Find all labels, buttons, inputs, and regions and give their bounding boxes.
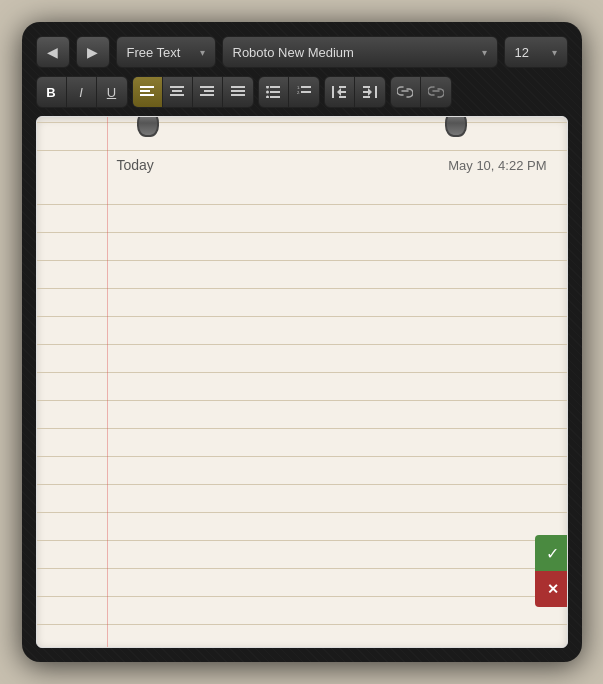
remove-link-icon bbox=[428, 86, 444, 98]
note-header: Today May 10, 4:22 PM bbox=[117, 157, 547, 173]
svg-rect-9 bbox=[231, 86, 245, 88]
svg-rect-23 bbox=[332, 86, 334, 98]
forward-button[interactable]: ▶ bbox=[76, 36, 110, 68]
svg-rect-5 bbox=[170, 94, 184, 96]
align-center-icon bbox=[170, 86, 184, 98]
svg-rect-0 bbox=[140, 86, 154, 88]
note-date-label: Today bbox=[117, 157, 154, 173]
indent-decrease-button[interactable] bbox=[325, 77, 355, 107]
back-icon: ◀ bbox=[47, 44, 58, 60]
svg-rect-31 bbox=[363, 96, 370, 98]
font-type-arrow: ▾ bbox=[200, 47, 205, 58]
font-size-dropdown[interactable]: 12 ▾ bbox=[504, 36, 568, 68]
svg-point-12 bbox=[266, 86, 269, 89]
svg-rect-13 bbox=[270, 86, 280, 88]
font-name-value: Roboto New Medium bbox=[233, 45, 354, 60]
ordered-list-button[interactable]: 1. 2. bbox=[289, 77, 319, 107]
note-area[interactable]: Today May 10, 4:22 PM ✓ ✕ bbox=[36, 116, 568, 648]
svg-rect-30 bbox=[363, 91, 370, 93]
note-timestamp: May 10, 4:22 PM bbox=[448, 158, 546, 173]
svg-rect-6 bbox=[200, 86, 214, 88]
font-size-arrow: ▾ bbox=[552, 47, 557, 58]
bold-button[interactable]: B bbox=[37, 77, 67, 107]
svg-rect-2 bbox=[140, 94, 154, 96]
back-button[interactable]: ◀ bbox=[36, 36, 70, 68]
svg-rect-19 bbox=[301, 86, 311, 88]
confirm-icon: ✓ bbox=[546, 544, 559, 563]
alignment-group bbox=[132, 76, 254, 108]
svg-rect-29 bbox=[363, 86, 370, 88]
svg-rect-8 bbox=[200, 94, 214, 96]
text-style-group: B I U bbox=[36, 76, 128, 108]
add-link-icon bbox=[397, 86, 413, 98]
unordered-list-button[interactable] bbox=[259, 77, 289, 107]
ring-left bbox=[137, 116, 159, 137]
svg-rect-17 bbox=[270, 96, 280, 98]
font-name-arrow: ▾ bbox=[482, 47, 487, 58]
indent-group bbox=[324, 76, 386, 108]
ordered-list-icon: 1. 2. bbox=[297, 86, 311, 98]
svg-rect-4 bbox=[172, 90, 182, 92]
svg-rect-28 bbox=[375, 86, 377, 98]
cancel-button[interactable]: ✕ bbox=[535, 571, 568, 607]
svg-point-16 bbox=[266, 96, 269, 99]
link-group bbox=[390, 76, 452, 108]
align-right-button[interactable] bbox=[193, 77, 223, 107]
svg-rect-15 bbox=[270, 91, 280, 93]
indent-decrease-icon bbox=[332, 86, 346, 98]
action-buttons: ✓ ✕ bbox=[535, 535, 568, 607]
svg-rect-21 bbox=[301, 91, 311, 93]
svg-text:2.: 2. bbox=[297, 90, 300, 95]
svg-point-14 bbox=[266, 91, 269, 94]
list-group: 1. 2. bbox=[258, 76, 320, 108]
toolbar-row2: B I U bbox=[36, 76, 568, 108]
cancel-icon: ✕ bbox=[547, 581, 559, 597]
italic-button[interactable]: I bbox=[67, 77, 97, 107]
unordered-list-icon bbox=[266, 86, 280, 98]
ring-right bbox=[445, 116, 467, 137]
align-left-button[interactable] bbox=[133, 77, 163, 107]
font-type-value: Free Text bbox=[127, 45, 181, 60]
svg-rect-25 bbox=[339, 91, 346, 93]
note-content: Today May 10, 4:22 PM bbox=[37, 117, 567, 647]
align-justify-button[interactable] bbox=[223, 77, 253, 107]
add-link-button[interactable] bbox=[391, 77, 421, 107]
svg-rect-11 bbox=[231, 94, 245, 96]
indent-increase-button[interactable] bbox=[355, 77, 385, 107]
svg-rect-7 bbox=[204, 90, 214, 92]
font-type-dropdown[interactable]: Free Text ▾ bbox=[116, 36, 216, 68]
svg-rect-10 bbox=[231, 90, 245, 92]
confirm-button[interactable]: ✓ bbox=[535, 535, 568, 571]
svg-rect-26 bbox=[339, 96, 346, 98]
underline-button[interactable]: U bbox=[97, 77, 127, 107]
align-justify-icon bbox=[231, 86, 245, 98]
align-center-button[interactable] bbox=[163, 77, 193, 107]
remove-link-button[interactable] bbox=[421, 77, 451, 107]
align-right-icon bbox=[200, 86, 214, 98]
indent-increase-icon bbox=[363, 86, 377, 98]
font-size-value: 12 bbox=[515, 45, 529, 60]
svg-rect-24 bbox=[339, 86, 346, 88]
svg-rect-3 bbox=[170, 86, 184, 88]
toolbar-row1: ◀ ▶ Free Text ▾ Roboto New Medium ▾ 12 ▾ bbox=[36, 36, 568, 68]
font-name-dropdown[interactable]: Roboto New Medium ▾ bbox=[222, 36, 498, 68]
forward-icon: ▶ bbox=[87, 44, 98, 60]
svg-rect-1 bbox=[140, 90, 150, 92]
app-container: ◀ ▶ Free Text ▾ Roboto New Medium ▾ 12 ▾… bbox=[22, 22, 582, 662]
align-left-icon bbox=[140, 86, 154, 98]
